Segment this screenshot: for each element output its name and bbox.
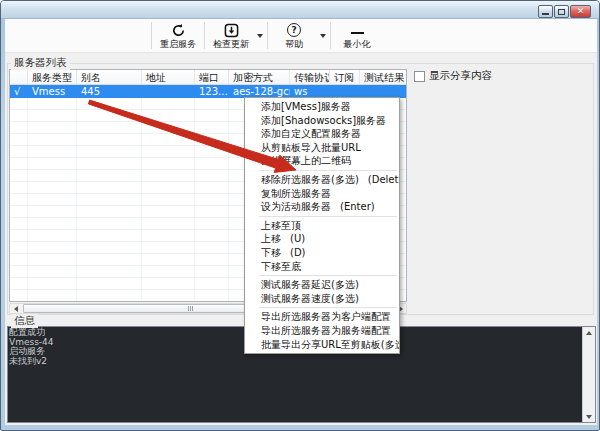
app-window: ✕ 重启服务 检查更新 ? 帮助 [0,0,600,431]
menu-item-test-speed[interactable]: 测试服务器速度(多选) [245,292,399,306]
close-icon: ✕ [577,7,585,16]
cell-alias: 445 [77,85,142,98]
menu-item-copy-server[interactable]: 复制所选服务器 [245,187,399,201]
cell-address [142,85,195,98]
toolbar-separator [204,22,205,49]
help-button[interactable]: ? 帮助 [270,19,318,52]
column-header-encryption[interactable]: 加密方式 [229,70,290,84]
restart-service-label: 重启服务 [160,39,196,49]
show-share-content-checkbox[interactable]: 显示分享内容 [414,69,492,83]
minimize-icon [542,13,549,15]
menu-item-import-clipboard-url[interactable]: 从剪贴板导入批量URL [245,141,399,155]
restart-service-button[interactable]: 重启服务 [154,19,202,52]
arrow-left-icon [14,306,18,312]
menu-item-add-vmess[interactable]: 添加[VMess]服务器 [245,100,399,114]
column-header-alias[interactable]: 别名 [77,70,142,84]
minimize-icon [351,23,364,38]
menu-separator [259,307,397,308]
show-share-content-label: 显示分享内容 [429,69,492,83]
menu-item-add-custom-config[interactable]: 添加自定义配置服务器 [245,127,399,141]
menu-item-move-to-bottom[interactable]: 下移至底 [245,260,399,274]
menu-item-remove-servers[interactable]: 移除所选服务器(多选)(Delete) [245,173,399,187]
menu-item-export-share-urls[interactable]: 批量导出分享URL至剪贴板(多选) [245,338,399,352]
log-line: 未找到v2 [9,357,581,367]
minimize-label: 最小化 [344,39,371,49]
context-menu: 添加[VMess]服务器 添加[Shadowsocks]服务器 添加自定义配置服… [244,97,400,354]
scroll-left-button[interactable] [10,304,21,313]
toolbar-separator [151,22,152,49]
column-header-active[interactable] [10,70,28,84]
column-header-port[interactable]: 端口 [195,70,229,84]
server-list-group-label: 服务器列表 [11,56,70,70]
menu-item-move-to-top[interactable]: 上移至顶 [245,219,399,233]
toolbar: 重启服务 检查更新 ? 帮助 最小化 [5,19,597,53]
maximize-icon [558,9,565,15]
column-header-subscription[interactable]: 订阅 [330,70,360,84]
check-update-icon [224,23,239,38]
restart-icon [171,23,186,38]
menu-item-test-latency[interactable]: 测试服务器延迟(多选) [245,278,399,292]
menu-separator [259,275,397,276]
client-area: 重启服务 检查更新 ? 帮助 最小化 服务器列表 [5,19,597,425]
menu-item-set-active-server[interactable]: 设为活动服务器(Enter) [245,200,399,214]
arrow-up-icon [586,331,592,335]
chevron-down-icon [320,34,326,38]
console-vertical-scrollbar[interactable] [582,327,595,422]
cell-type: Vmess [28,85,77,98]
menu-separator [259,170,397,171]
info-group-label: 信息 [11,314,38,328]
menu-item-export-server-config[interactable]: 导出所选服务器为服务端配置 [245,324,399,338]
menu-item-export-client-config[interactable]: 导出所选服务器为客户端配置 [245,310,399,324]
window-minimize-button[interactable] [538,5,553,18]
scroll-down-button[interactable] [583,411,595,422]
table-header: 服务类型 别名 地址 端口 加密方式 传输协议 订阅 测试结果 [10,70,406,85]
checkbox-icon [414,71,425,82]
column-header-type[interactable]: 服务类型 [28,70,77,84]
minimize-to-tray-button[interactable]: 最小化 [333,19,381,52]
cell-active-mark: √ [10,85,28,98]
menu-item-add-shadowsocks[interactable]: 添加[Shadowsocks]服务器 [245,114,399,128]
menu-separator [259,216,397,217]
toolbar-separator [267,22,268,49]
column-header-transport[interactable]: 传输协议 [290,70,330,84]
toolbar-separator [330,22,331,49]
column-header-address[interactable]: 地址 [142,70,195,84]
menu-item-scan-qr-code[interactable]: 扫描屏幕上的二维码 [245,154,399,168]
column-header-test-result[interactable]: 测试结果 [360,70,406,84]
cell-port: 123... [195,85,229,98]
help-dropdown[interactable] [318,19,328,52]
check-update-dropdown[interactable] [255,19,265,52]
arrow-down-icon [586,415,592,419]
check-update-button[interactable]: 检查更新 [207,19,255,52]
menu-item-move-up[interactable]: 上移(U) [245,232,399,246]
menu-item-move-down[interactable]: 下移(D) [245,246,399,260]
window-close-button[interactable]: ✕ [570,5,591,18]
title-bar[interactable]: ✕ [1,1,600,19]
scroll-up-button[interactable] [583,327,595,338]
help-icon: ? [287,23,301,38]
help-label: 帮助 [285,39,303,49]
chevron-down-icon [257,34,263,38]
window-maximize-button[interactable] [554,5,569,18]
check-update-label: 检查更新 [213,39,249,49]
